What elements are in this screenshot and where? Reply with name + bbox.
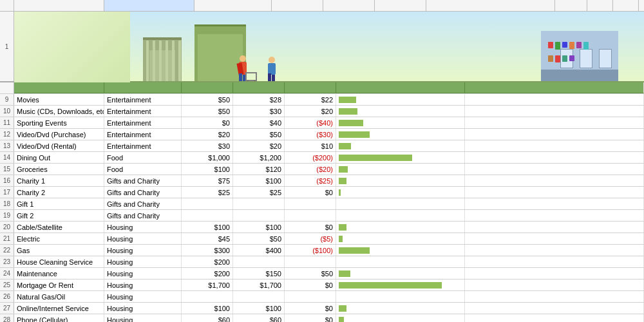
- cell-bar-chart: [336, 94, 465, 105]
- cell-empty: [465, 303, 644, 314]
- cell-projected-cost: $20: [182, 129, 233, 140]
- row-number: 23: [0, 256, 14, 267]
- table-row: 26 Natural Gas/Oil Housing: [0, 291, 644, 303]
- cell-category: Housing: [104, 291, 182, 302]
- col-header-b[interactable]: [104, 0, 194, 11]
- table-row: 25 Mortgage Or Rent Housing $1,700 $1,70…: [0, 279, 644, 291]
- cell-description[interactable]: Movies: [14, 94, 104, 105]
- cell-bar-chart: [336, 279, 465, 290]
- cell-difference: [285, 210, 336, 221]
- cell-description[interactable]: Charity 1: [14, 175, 104, 186]
- header-actual-cost-overview: [336, 82, 465, 93]
- cell-empty: [465, 94, 644, 105]
- cell-actual-cost: $50: [233, 129, 285, 140]
- cell-bar-chart: [336, 106, 465, 117]
- cell-bar-chart: [336, 164, 465, 175]
- table-row: 21 Electric Housing $45 $50 ($5): [0, 233, 644, 245]
- row-number: 13: [0, 140, 14, 151]
- cell-category: Gifts and Charity: [104, 175, 182, 186]
- cell-empty: [465, 117, 644, 128]
- col-header-g[interactable]: [426, 0, 555, 11]
- row-number: 12: [0, 129, 14, 140]
- cell-description[interactable]: Maintenance: [14, 268, 104, 279]
- cell-difference: ($30): [285, 129, 336, 140]
- cell-actual-cost: $120: [233, 164, 285, 175]
- cell-actual-cost: $100: [233, 222, 285, 232]
- cell-description[interactable]: Groceries: [14, 164, 104, 175]
- col-header-row-num: [0, 0, 14, 11]
- cell-projected-cost: [182, 198, 233, 209]
- table-row: 28 Phone (Cellular) Housing $60 $60 $0: [0, 314, 644, 322]
- row-number: 9: [0, 94, 14, 105]
- cell-category: Gifts and Charity: [104, 198, 182, 209]
- cell-description[interactable]: Music (CDs, Downloads, etc.): [14, 106, 104, 117]
- col-header-i[interactable]: [587, 0, 613, 11]
- cell-description[interactable]: Electric: [14, 233, 104, 244]
- cell-description[interactable]: Phone (Cellular): [14, 314, 104, 322]
- cell-empty: [465, 314, 644, 322]
- cell-projected-cost: $200: [182, 256, 233, 267]
- col-header-d[interactable]: [272, 0, 323, 11]
- cell-description[interactable]: Gift 1: [14, 198, 104, 209]
- cell-category: Housing: [104, 222, 182, 232]
- cell-projected-cost: $50: [182, 94, 233, 105]
- cell-description[interactable]: Dining Out: [14, 152, 104, 163]
- cell-actual-cost: $1,700: [233, 279, 285, 290]
- cell-bar-chart: [336, 152, 465, 163]
- row-num-2: [0, 82, 14, 93]
- cell-difference: $0: [285, 187, 336, 198]
- cell-description[interactable]: Sporting Events: [14, 117, 104, 128]
- header-difference: [285, 82, 336, 93]
- table-header-row: [0, 82, 644, 94]
- cell-actual-cost: $100: [233, 175, 285, 186]
- cell-projected-cost: [182, 210, 233, 221]
- col-header-e[interactable]: [323, 0, 375, 11]
- cell-empty: [465, 222, 644, 232]
- cell-difference: $0: [285, 222, 336, 232]
- cell-actual-cost: $150: [233, 268, 285, 279]
- cell-projected-cost: $300: [182, 245, 233, 256]
- cell-difference: ($5): [285, 233, 336, 244]
- table-row: 11 Sporting Events Entertainment $0 $40 …: [0, 117, 644, 129]
- cell-bar-chart: [336, 291, 465, 302]
- cell-description[interactable]: Video/Dvd (Purchase): [14, 129, 104, 140]
- cell-description[interactable]: Cable/Satellite: [14, 222, 104, 232]
- cell-difference: $22: [285, 94, 336, 105]
- row-number: 17: [0, 187, 14, 198]
- cell-description[interactable]: House Cleaning Service: [14, 256, 104, 267]
- cell-projected-cost: $100: [182, 303, 233, 314]
- cell-description[interactable]: Gift 2: [14, 210, 104, 221]
- cell-description[interactable]: Online/Internet Service: [14, 303, 104, 314]
- cell-category: Housing: [104, 303, 182, 314]
- cell-description[interactable]: Mortgage Or Rent: [14, 279, 104, 290]
- cell-empty: [465, 256, 644, 267]
- cell-projected-cost: $45: [182, 233, 233, 244]
- cell-bar-chart: [336, 256, 465, 267]
- cell-description[interactable]: Gas: [14, 245, 104, 256]
- table-row: 16 Charity 1 Gifts and Charity $75 $100 …: [0, 175, 644, 187]
- cell-actual-cost: $20: [233, 140, 285, 151]
- cell-description[interactable]: Video/Dvd (Rental): [14, 140, 104, 151]
- row-number: 28: [0, 314, 14, 322]
- col-header-a[interactable]: [14, 0, 104, 11]
- cell-description[interactable]: Charity 2: [14, 187, 104, 198]
- cell-description[interactable]: Natural Gas/Oil: [14, 291, 104, 302]
- cell-actual-cost: $60: [233, 314, 285, 322]
- cell-difference: ($100): [285, 245, 336, 256]
- cell-bar-chart: [336, 140, 465, 151]
- col-header-j[interactable]: [613, 0, 639, 11]
- cell-empty: [465, 291, 644, 302]
- cell-category: Gifts and Charity: [104, 187, 182, 198]
- col-header-h[interactable]: [555, 0, 587, 11]
- row-number: 11: [0, 117, 14, 128]
- col-header-c[interactable]: [194, 0, 272, 11]
- cell-empty: [465, 245, 644, 256]
- cell-bar-chart: [336, 198, 465, 209]
- col-header-f[interactable]: [375, 0, 426, 11]
- col-header-k[interactable]: [639, 0, 644, 11]
- cell-empty: [465, 106, 644, 117]
- cell-category: Entertainment: [104, 106, 182, 117]
- cell-difference: ($25): [285, 175, 336, 186]
- cell-actual-cost: $40: [233, 117, 285, 128]
- cell-difference: [285, 256, 336, 267]
